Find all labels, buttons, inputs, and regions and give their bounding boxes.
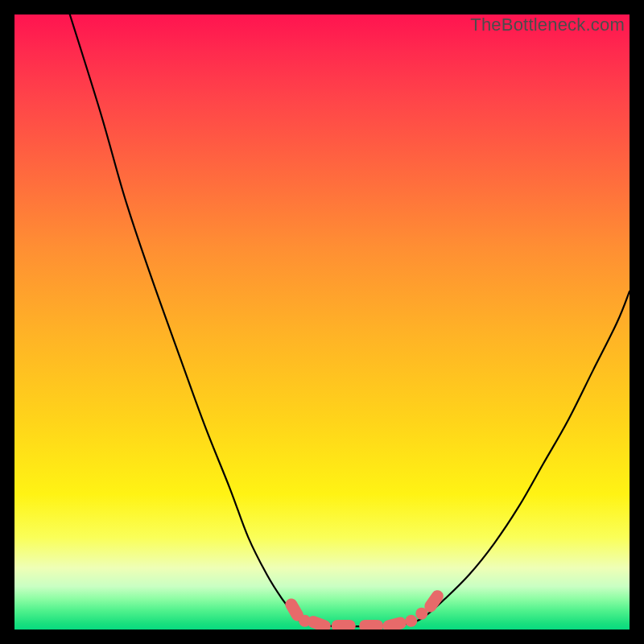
- chart-frame: TheBottleneck.com: [0, 0, 644, 644]
- marker-capsule: [359, 620, 383, 630]
- watermark-text: TheBottleneck.com: [470, 14, 625, 35]
- marker-capsule: [382, 616, 408, 630]
- marker-circle: [405, 615, 417, 627]
- curve-markers: [283, 588, 446, 630]
- bottleneck-curve: [14, 14, 630, 630]
- chart-plot-area: TheBottleneck.com: [14, 14, 630, 630]
- marker-capsule: [332, 620, 356, 630]
- curve-line: [70, 14, 630, 626]
- marker-capsule: [306, 614, 332, 630]
